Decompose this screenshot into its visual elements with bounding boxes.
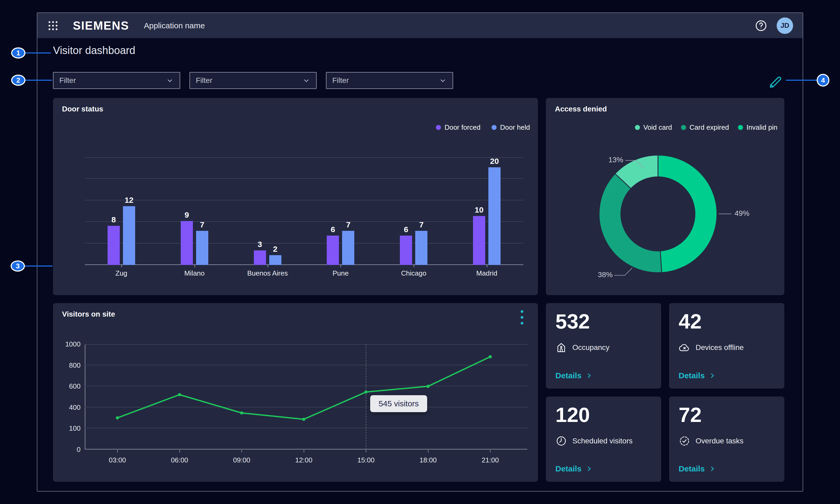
details-link[interactable]: Details <box>679 464 716 473</box>
bar-group-Madrid: 1020 <box>450 157 524 265</box>
door-status-card: Door status Door forcedDoor held 8129732… <box>53 98 538 295</box>
bar-value-label: 6 <box>331 226 335 233</box>
x-tick-label: 09:00 <box>223 456 260 464</box>
door-status-categories: ZugMilanoBuenos AiresPuneChicagoMadrid <box>85 269 524 277</box>
edit-dashboard-button[interactable] <box>767 73 784 90</box>
x-tick <box>341 265 341 267</box>
chevron-down-icon <box>302 76 310 85</box>
details-link[interactable]: Details <box>679 371 716 380</box>
visitors-line <box>117 357 490 419</box>
x-tick <box>194 265 195 267</box>
x-tick <box>414 265 414 267</box>
filter-select-3[interactable]: Filter <box>326 72 453 89</box>
bar-door-forced <box>400 236 412 265</box>
line-series <box>85 344 527 449</box>
details-label: Details <box>679 464 705 473</box>
bar-door-held <box>415 231 427 265</box>
help-button[interactable] <box>754 19 768 32</box>
data-point <box>427 384 430 388</box>
kpi-value: 120 <box>555 404 590 425</box>
y-tick-label: 600 <box>62 382 81 391</box>
filter-placeholder: Filter <box>59 76 166 85</box>
occupancy-icon <box>555 342 567 354</box>
kpi-label: Scheduled visitors <box>572 437 633 445</box>
bar-group-Milano: 97 <box>158 157 231 265</box>
x-tick <box>117 450 118 452</box>
y-tick-label: 0 <box>62 446 81 454</box>
annotation-line-2 <box>25 80 52 81</box>
filter-placeholder: Filter <box>332 76 439 85</box>
x-tick-label: 12:00 <box>286 456 323 464</box>
x-tick <box>241 450 242 452</box>
y-tick-label: 1000 <box>62 340 81 348</box>
bar-value-label: 20 <box>490 157 499 165</box>
annotation-line-3 <box>24 266 52 267</box>
pencil-icon <box>768 74 783 89</box>
legend-item: Door held <box>492 123 530 131</box>
bar-door-held <box>123 206 135 265</box>
bar-value-label: 6 <box>404 226 408 233</box>
door-status-bar-chart: 812973267671020 <box>85 157 524 265</box>
leader-line-38 <box>614 268 632 275</box>
bar-group-Buenos Aires: 32 <box>231 157 304 265</box>
legend-dot <box>492 125 497 130</box>
kpi-value: 532 <box>555 311 590 332</box>
bar-value-label: 10 <box>475 206 483 214</box>
y-tick-label: 400 <box>62 403 81 412</box>
data-point <box>302 418 306 421</box>
kpi-label: Overdue tasks <box>696 437 743 445</box>
donut-slice-invalid-pin <box>658 155 717 273</box>
bar-value-label: 9 <box>185 211 189 219</box>
category-label: Buenos Aires <box>231 269 304 277</box>
filter-select-2[interactable]: Filter <box>189 72 316 89</box>
bar-door-forced <box>327 236 339 265</box>
x-tick <box>428 450 428 452</box>
annotation-marker-2: 2 <box>11 75 25 86</box>
donut-label-49: 49% <box>735 209 749 218</box>
chevron-right-icon <box>709 465 716 472</box>
grid-dots-icon <box>47 20 59 32</box>
bar-door-forced <box>107 226 120 265</box>
donut-label-38: 38% <box>595 271 613 279</box>
bar-door-forced <box>473 216 485 265</box>
kpi-label: Devices offline <box>696 343 744 352</box>
card-menu-button[interactable] <box>517 310 527 325</box>
filter-select-1[interactable]: Filter <box>53 72 180 89</box>
legend-dot <box>436 125 441 130</box>
annotation-marker-1: 1 <box>11 48 25 58</box>
kpi-card-devices-offline: 42 Devices offline Details <box>669 303 784 389</box>
annotation-line-1 <box>25 52 51 53</box>
bar-value-label: 7 <box>346 221 350 229</box>
donut-label-13: 13% <box>596 156 623 164</box>
app-launcher-icon[interactable] <box>47 20 59 32</box>
x-tick <box>490 450 491 452</box>
x-tick-label: 15:00 <box>347 456 384 464</box>
visitor-dashboard-screen: 1 2 3 4 SIEMENS Application name <box>0 0 840 504</box>
details-label: Details <box>555 464 581 473</box>
bar-door-forced <box>181 221 193 265</box>
data-point <box>178 393 181 396</box>
x-tick-label: 03:00 <box>99 456 136 464</box>
visitors-on-site-card: Visitors on site 01004006008001000 03:00… <box>53 303 538 482</box>
legend-label: Door forced <box>444 123 480 131</box>
details-link[interactable]: Details <box>555 464 593 473</box>
access-denied-donut-chart <box>546 98 784 295</box>
x-tick <box>304 450 304 452</box>
x-tick-label: 21:00 <box>472 456 509 464</box>
bar-value-label: 7 <box>419 221 424 229</box>
user-avatar[interactable]: JD <box>777 17 793 34</box>
visitors-line-chart <box>85 344 527 449</box>
category-label: Zug <box>85 269 158 277</box>
bar-door-forced <box>254 250 266 265</box>
details-label: Details <box>679 371 705 380</box>
chevron-down-icon <box>439 76 447 85</box>
top-app-bar: SIEMENS Application name JD <box>37 13 803 38</box>
bar-door-held <box>342 231 354 265</box>
chart-tooltip: 545 visitors <box>370 395 427 412</box>
annotation-line-4 <box>786 80 817 81</box>
x-tick <box>268 265 268 267</box>
card-title: Door status <box>62 105 103 113</box>
details-link[interactable]: Details <box>555 371 593 380</box>
bar-value-label: 8 <box>112 216 116 224</box>
application-name: Application name <box>144 21 205 30</box>
